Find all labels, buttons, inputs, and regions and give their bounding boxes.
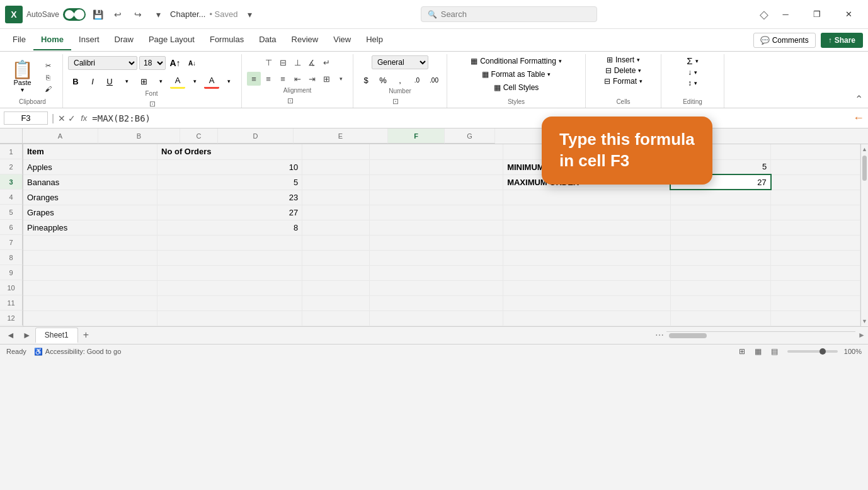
row-header-7[interactable]: 7 xyxy=(0,235,23,250)
format-painter-button[interactable]: 🖌 xyxy=(38,84,57,94)
cell-g6[interactable] xyxy=(771,220,860,235)
insert-button[interactable]: ⊞ Insert ▾ xyxy=(607,55,640,64)
shrink-font-button[interactable]: A↓ xyxy=(185,55,200,71)
cell-f12[interactable] xyxy=(670,311,770,326)
comma-button[interactable]: , xyxy=(392,72,408,88)
cell-d12[interactable] xyxy=(369,311,503,326)
percent-button[interactable]: % xyxy=(375,72,391,88)
cell-g8[interactable] xyxy=(771,250,860,265)
tab-help[interactable]: Help xyxy=(358,30,391,50)
merge-cells-button[interactable]: ⊞ xyxy=(319,72,333,86)
row-header-9[interactable]: 9 xyxy=(0,265,23,280)
ribbon-expand-button[interactable]: ⌃ xyxy=(855,93,863,105)
fill-color-button[interactable]: A xyxy=(170,74,185,89)
text-angle-button[interactable]: ∡ xyxy=(305,55,319,69)
cell-g2[interactable] xyxy=(771,159,860,174)
delete-button[interactable]: ⊟ Delete ▾ xyxy=(605,66,642,75)
tab-view[interactable]: View xyxy=(326,30,358,50)
saved-dropdown-icon[interactable]: ▾ xyxy=(241,6,258,23)
confirm-formula-button[interactable]: ✓ xyxy=(68,113,76,123)
font-size-select[interactable]: 18 xyxy=(139,56,166,70)
fill-color-dropdown[interactable]: ▾ xyxy=(187,74,202,89)
font-color-dropdown[interactable]: ▾ xyxy=(221,74,236,89)
cell-a4[interactable]: Oranges xyxy=(23,190,157,205)
cell-d8[interactable] xyxy=(369,250,503,265)
cell-g11[interactable] xyxy=(771,295,860,311)
cell-c8[interactable] xyxy=(302,250,369,265)
cell-d7[interactable] xyxy=(369,235,503,250)
normal-view-button[interactable]: ⊞ xyxy=(736,345,748,358)
format-as-table-button[interactable]: ▦ Format as Table ▾ xyxy=(479,69,554,80)
cell-a5[interactable]: Grapes xyxy=(23,205,157,220)
scroll-up-button[interactable]: ▲ xyxy=(861,144,868,154)
align-middle-button[interactable]: ⊟ xyxy=(276,55,290,69)
cell-c4[interactable] xyxy=(302,190,369,205)
cancel-formula-button[interactable]: ✕ xyxy=(58,113,66,123)
cell-c6[interactable] xyxy=(302,220,369,235)
cut-button[interactable]: ✂ xyxy=(38,60,57,71)
scroll-track[interactable] xyxy=(861,154,868,316)
increase-indent-button[interactable]: ⇥ xyxy=(305,72,319,86)
cell-b3[interactable]: 5 xyxy=(157,174,302,190)
cell-e4[interactable] xyxy=(503,190,671,205)
align-bottom-button[interactable]: ⊥ xyxy=(290,55,304,69)
decrease-decimal-button[interactable]: .0 xyxy=(409,72,425,88)
borders-button[interactable]: ⊞ xyxy=(136,74,151,89)
cell-b2[interactable]: 10 xyxy=(157,159,302,174)
formula-input[interactable] xyxy=(92,113,848,123)
cell-b8[interactable] xyxy=(157,250,302,265)
autosave-toggle[interactable]: On xyxy=(63,8,86,21)
row-header-3[interactable]: 3 xyxy=(0,174,23,190)
cell-a11[interactable] xyxy=(23,295,157,311)
search-input[interactable] xyxy=(441,9,580,19)
cell-f6[interactable] xyxy=(670,220,770,235)
tab-formulas[interactable]: Formulas xyxy=(202,30,251,50)
scroll-thumb[interactable] xyxy=(862,156,867,181)
borders-dropdown[interactable]: ▾ xyxy=(153,74,168,89)
save-icon[interactable]: 💾 xyxy=(89,6,106,23)
row-header-11[interactable]: 11 xyxy=(0,295,23,311)
cell-f7[interactable] xyxy=(670,235,770,250)
share-button[interactable]: ↑ Share xyxy=(821,33,863,48)
cell-a6[interactable]: Pineapples xyxy=(23,220,157,235)
comments-button[interactable]: 💬 Comments xyxy=(753,33,816,48)
search-box[interactable]: 🔍 xyxy=(421,6,597,22)
row-header-10[interactable]: 10 xyxy=(0,280,23,295)
autosum-dropdown[interactable]: ▾ xyxy=(695,58,699,64)
row-header-1[interactable]: 1 xyxy=(0,144,23,159)
cell-f9[interactable] xyxy=(670,265,770,280)
cell-b4[interactable]: 23 xyxy=(157,190,302,205)
tab-home[interactable]: Home xyxy=(33,30,71,50)
sheet-nav-left[interactable]: ◄ xyxy=(3,330,19,340)
alignment-expand-button[interactable]: ⊡ xyxy=(283,94,297,108)
grow-font-button[interactable]: A↑ xyxy=(168,55,183,71)
cell-c1[interactable] xyxy=(302,144,369,159)
increase-decimal-button[interactable]: .00 xyxy=(426,72,442,88)
merge-dropdown[interactable]: ▾ xyxy=(334,72,348,86)
row-header-2[interactable]: 2 xyxy=(0,159,23,174)
autosum-button[interactable]: Σ ▾ xyxy=(687,55,698,66)
cell-a7[interactable] xyxy=(23,235,157,250)
cell-f4[interactable] xyxy=(670,190,770,205)
format-as-table-dropdown[interactable]: ▾ xyxy=(547,71,551,77)
redo-icon[interactable]: ↪ xyxy=(130,6,146,23)
number-format-select[interactable]: General xyxy=(372,55,428,69)
underline-button[interactable]: U xyxy=(102,74,117,89)
bold-button[interactable]: B xyxy=(68,74,83,89)
h-scroll-right[interactable]: ► xyxy=(858,331,865,339)
col-header-f[interactable]: F xyxy=(388,128,445,144)
tab-insert[interactable]: Insert xyxy=(71,30,107,50)
cell-c10[interactable] xyxy=(302,280,369,295)
restore-button[interactable]: ❐ xyxy=(802,5,831,24)
tab-data[interactable]: Data xyxy=(251,30,283,50)
cell-g12[interactable] xyxy=(771,311,860,326)
align-top-button[interactable]: ⊤ xyxy=(261,55,275,69)
cell-a10[interactable] xyxy=(23,280,157,295)
italic-button[interactable]: I xyxy=(85,74,100,89)
cell-g3[interactable] xyxy=(771,174,860,190)
minimize-button[interactable]: ─ xyxy=(771,5,800,24)
fill-button[interactable]: ↓ ▾ xyxy=(688,68,697,77)
cell-reference-box[interactable] xyxy=(4,111,48,125)
cell-b5[interactable]: 27 xyxy=(157,205,302,220)
cell-c3[interactable] xyxy=(302,174,369,190)
